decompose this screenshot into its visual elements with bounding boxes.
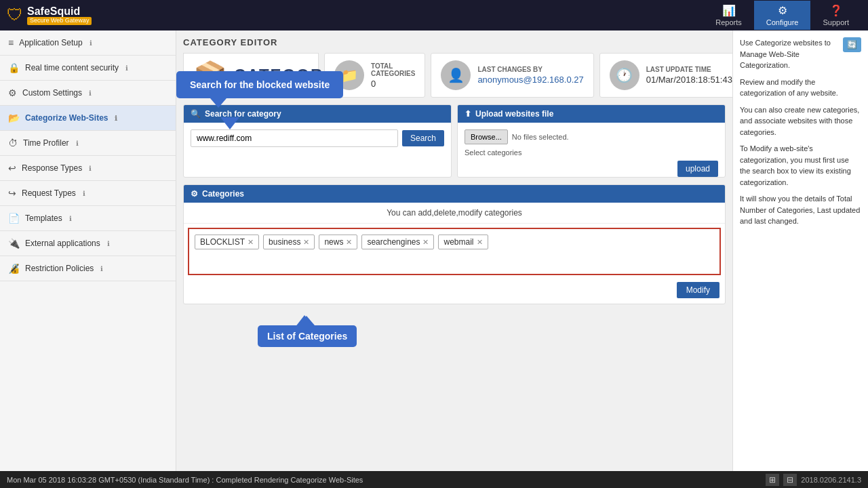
sidebar-item-templates[interactable]: 📄 Templates ℹ (0, 206, 176, 231)
reports-nav-button[interactable]: 📊 Reports (703, 1, 754, 30)
cat-tag-news: news✕ (319, 235, 357, 249)
logo-name: SafeSquid (27, 5, 92, 18)
tag-label: webmail (443, 237, 473, 247)
two-col-section: 🔍 Search for category Search ⬆ Upload we… (183, 104, 726, 178)
sidebar-item-app-setup[interactable]: ≡ Application Setup ℹ (0, 30, 176, 56)
help-line4: To Modify a web-site's categorization, y… (740, 143, 861, 188)
request-label: Request Types (22, 188, 76, 198)
browse-button[interactable]: Browse... (465, 129, 508, 144)
upload-header-label: Upload websites file (475, 109, 553, 119)
search-annotation-bubble: Search for the blocked website (176, 71, 343, 98)
cat-tag-webmail: webmail✕ (438, 235, 488, 249)
sidebar-item-response[interactable]: ↩ Response Types ℹ (0, 156, 176, 181)
last-changes-label: LAST CHANGES BY (477, 66, 583, 73)
status-bar: Mon Mar 05 2018 16:03:28 GMT+0530 (India… (0, 471, 868, 488)
support-label: Support (823, 18, 849, 26)
categories-tags-area: BLOCKLIST✕business✕news✕searchengines✕we… (188, 228, 721, 275)
status-right: ⊞ ⊟ 2018.0206.2141.3 (766, 474, 861, 486)
refresh-button[interactable]: 🔄 (843, 37, 861, 52)
search-header-icon: 🔍 (191, 109, 201, 119)
upload-section-header: ⬆ Upload websites file (458, 105, 725, 123)
search-input-row: Search (191, 129, 444, 147)
help-line2: Review and modify the categorization of … (740, 77, 861, 99)
modify-button[interactable]: Modify (677, 282, 719, 298)
search-header-label: Search for category (205, 109, 281, 119)
sidebar-item-restriction[interactable]: 🔏 Restriction Policies ℹ (0, 256, 176, 281)
last-changes-card: 👤 LAST CHANGES BY anonymous@192.168.0.27 (431, 53, 593, 98)
time-profiler-icon: ⏱ (8, 138, 18, 148)
last-changes-value: anonymous@192.168.0.27 (477, 75, 583, 85)
configure-nav-button[interactable]: ⚙ Configure (754, 1, 811, 30)
status-icon-btn-2[interactable]: ⊟ (783, 474, 797, 486)
categorize-info: ℹ (115, 115, 117, 122)
categorize-icon: 📂 (8, 113, 20, 123)
response-info: ℹ (89, 165, 92, 172)
logo-area: 🛡 SafeSquid Secure Web Gateway (7, 5, 92, 25)
upload-section: ⬆ Upload websites file Browse... No file… (457, 104, 726, 178)
upload-button[interactable]: upload (677, 161, 718, 177)
categories-section-header: ⚙ Categories (184, 185, 725, 203)
app-setup-icon: ≡ (8, 37, 14, 48)
tag-remove-btn[interactable]: ✕ (248, 239, 254, 246)
app-setup-info: ℹ (90, 39, 92, 47)
tag-remove-btn[interactable]: ✕ (477, 239, 483, 246)
categorize-label: Categorize Web-Sites (25, 113, 108, 123)
sidebar-item-categorize[interactable]: 📂 Categorize Web-Sites ℹ (0, 106, 176, 131)
request-icon: ↪ (8, 188, 16, 199)
categories-bubble-arrow (295, 315, 314, 327)
sidebar-item-realtime[interactable]: 🔒 Real time content security ℹ (0, 56, 176, 81)
clock-icon: 🕐 (610, 60, 639, 90)
cat-tag-blocklist: BLOCKLIST✕ (195, 235, 259, 249)
top-navigation: 🛡 SafeSquid Secure Web Gateway 📊 Reports… (0, 0, 868, 30)
logo-text: SafeSquid Secure Web Gateway (27, 5, 92, 25)
support-nav-button[interactable]: ❓ Support (810, 1, 861, 30)
restriction-label: Restriction Policies (25, 264, 94, 273)
nav-right: 📊 Reports ⚙ Configure ❓ Support (703, 1, 861, 30)
configure-icon: ⚙ (778, 4, 787, 17)
total-label: TOTAL CATEGORIES (371, 62, 415, 77)
categories-header-label: Categories (202, 189, 244, 199)
logo-subtitle: Secure Web Gateway (27, 17, 92, 25)
status-text: Mon Mar 05 2018 16:03:28 GMT+0530 (India… (7, 476, 363, 484)
reports-label: Reports (715, 18, 742, 26)
search-input[interactable] (191, 129, 398, 147)
templates-label: Templates (25, 214, 62, 223)
tag-label: searchengines (367, 237, 420, 247)
time-profiler-info: ℹ (76, 140, 79, 147)
categories-icon: ⚙ (191, 189, 198, 199)
search-button[interactable]: Search (402, 130, 444, 146)
restriction-icon: 🔏 (8, 263, 20, 274)
sidebar-item-external[interactable]: 🔌 External applications ℹ (0, 231, 176, 256)
realtime-label: Real time content security (25, 63, 119, 73)
templates-info: ℹ (69, 215, 72, 222)
last-update-value: 01/Mar/2018:18:51:43 (646, 75, 732, 85)
tag-remove-btn[interactable]: ✕ (422, 239, 429, 246)
sidebar: ≡ Application Setup ℹ 🔒 Real time conten… (0, 30, 176, 471)
tag-remove-btn[interactable]: ✕ (303, 239, 309, 246)
sidebar-item-time-profiler[interactable]: ⏱ Time Profiler ℹ (0, 131, 176, 156)
page-title: CATEGORY EDITOR (183, 37, 726, 47)
request-info: ℹ (83, 190, 85, 197)
support-icon: ❓ (829, 4, 843, 17)
categories-annotation-bubble: List of Categories (258, 325, 357, 347)
sidebar-item-custom[interactable]: ⚙ Custom Settings ℹ (0, 81, 176, 106)
help-line3: You can also create new categories, and … (740, 104, 861, 138)
upload-icon: ⬆ (465, 109, 471, 119)
sidebar-item-request[interactable]: ↪ Request Types ℹ (0, 181, 176, 206)
realtime-icon: 🔒 (8, 62, 20, 73)
reports-icon: 📊 (722, 4, 736, 17)
tag-remove-btn[interactable]: ✕ (346, 239, 352, 246)
tag-label: news (324, 237, 343, 247)
logo-shield-icon: 🛡 (7, 5, 23, 24)
tag-label: BLOCKLIST (200, 237, 245, 247)
total-value: 0 (371, 79, 415, 89)
search-section: 🔍 Search for category Search (183, 104, 452, 178)
external-label: External applications (25, 239, 100, 248)
last-update-label: LAST UPDATE TIME (646, 66, 732, 73)
categories-section: ⚙ Categories You can add,delete,modify c… (183, 184, 726, 304)
response-label: Response Types (22, 163, 82, 173)
external-icon: 🔌 (8, 238, 20, 249)
status-icon-btn-1[interactable]: ⊞ (766, 474, 779, 486)
user-icon: 👤 (441, 60, 471, 90)
no-file-text: No files selected. (512, 133, 569, 141)
